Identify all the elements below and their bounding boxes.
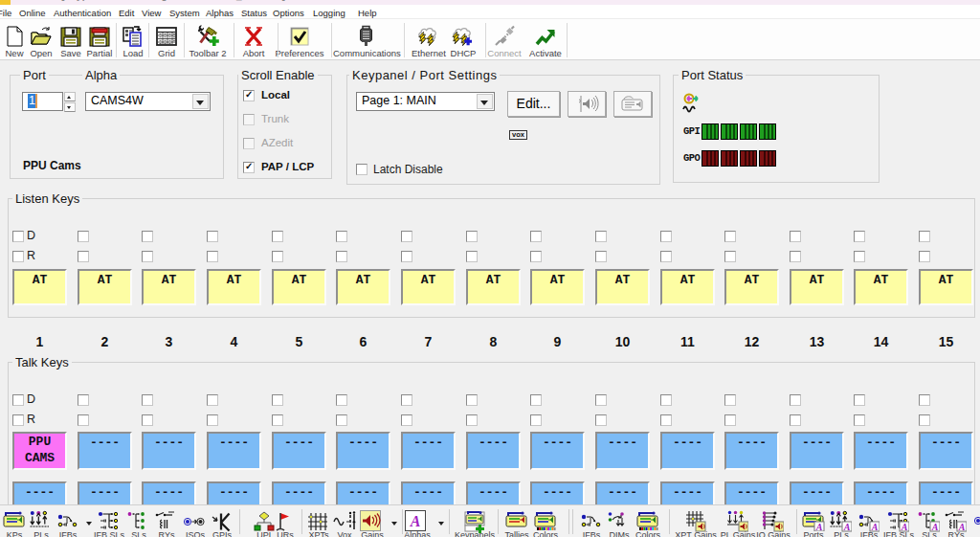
svg-text:A: A xyxy=(410,513,421,529)
